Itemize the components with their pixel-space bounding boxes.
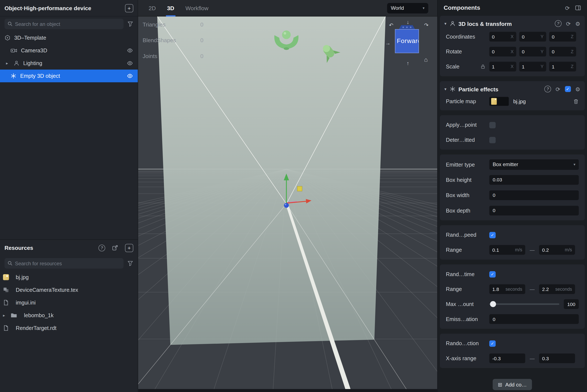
coordinates-y-input[interactable]: 0Y (519, 32, 546, 42)
viewport-tab-bar: 2D 3D Workflow World ▾ (138, 0, 437, 16)
box-depth-input[interactable]: 0 (489, 206, 579, 215)
time-max-input[interactable]: 2.2seconds (539, 284, 575, 294)
add-object-button[interactable]: + (125, 4, 133, 12)
field-label: Rand…peed (446, 232, 476, 238)
person-icon (14, 60, 20, 66)
emission-input[interactable]: 0 (489, 314, 579, 324)
chevron-down-icon[interactable]: ▾ (444, 21, 446, 26)
tree-item-lighting[interactable]: ▸ Lighting (0, 57, 138, 70)
resource-item-imgui-ini[interactable]: imgui.ini (0, 296, 138, 309)
x-axis-min-input[interactable]: -0.3 (489, 354, 525, 363)
help-icon[interactable]: ? (544, 86, 551, 92)
resource-item-lebombo-1k[interactable]: ▸ lebombo_1k (0, 309, 138, 322)
speed-max-input[interactable]: 0.2m/s (539, 245, 575, 255)
rotate-right-icon[interactable]: → (385, 40, 390, 46)
rotate-x-input[interactable]: 0X (489, 47, 516, 56)
resource-item-devicecameratexture[interactable]: DeviceCameraTexture.tex (0, 284, 138, 296)
max-count-value[interactable]: 100 (564, 299, 579, 309)
time-min-input[interactable]: 1.8seconds (489, 284, 525, 294)
resources-search-box[interactable] (5, 258, 123, 268)
eye-icon[interactable] (127, 73, 133, 79)
lock-icon[interactable] (480, 64, 486, 69)
random-direction-checkbox[interactable]: ✓ (489, 340, 496, 347)
world-selector[interactable]: World ▾ (387, 3, 428, 13)
tab-label: 2D (149, 5, 156, 11)
field-label: Emitter type (446, 162, 475, 168)
section-transform-header[interactable]: ▾ 3D locs & transform ? ⟳ ⚙ (440, 18, 585, 29)
tree-item-camera3d[interactable]: Camera3D (0, 44, 138, 57)
rotate-ccw-icon[interactable]: ↶ (389, 22, 393, 28)
gear-icon[interactable]: ⚙ (575, 86, 580, 92)
slider-track[interactable] (489, 304, 559, 305)
section-random-time: Rand…time ✓ Range 1.8seconds — 2.2second… (440, 264, 585, 329)
panel-layout-icon[interactable] (575, 5, 581, 11)
person-icon (449, 20, 455, 26)
determine-emitted-checkbox[interactable] (489, 137, 496, 143)
random-speed-checkbox[interactable]: ✓ (489, 232, 496, 238)
tab-2d[interactable]: 2D (149, 0, 156, 16)
section-particle-header[interactable]: ▾ Particle effects ? ⟳ ✓ ⚙ (440, 84, 585, 95)
home-icon[interactable]: ⌂ (424, 57, 428, 63)
random-time-checkbox[interactable]: ✓ (489, 271, 496, 277)
resource-label: RenderTarget.rdt (16, 325, 56, 331)
rotate-up-icon[interactable]: ↑ (407, 60, 409, 66)
eye-icon[interactable] (127, 48, 133, 54)
box-width-input[interactable]: 0 (489, 190, 579, 200)
box-height-input[interactable]: 0.03 (489, 175, 579, 184)
filter-icon[interactable] (127, 260, 133, 266)
tree-item-3d-template[interactable]: 3D–Template (0, 31, 138, 44)
reset-icon[interactable]: ⟳ (556, 86, 560, 92)
resources-search-input[interactable] (15, 261, 121, 266)
tab-3d[interactable]: 3D (167, 0, 174, 16)
trash-icon[interactable] (573, 98, 579, 104)
chevron-right-icon[interactable]: ▸ (3, 313, 7, 318)
random-direction-row: Rando…ction ✓ (440, 336, 585, 351)
chevron-down-icon[interactable]: ▾ (444, 87, 446, 92)
yellow-cube[interactable] (297, 186, 302, 191)
rotate-cw-icon[interactable]: ↷ (424, 22, 429, 28)
tab-workflow[interactable]: Workflow (185, 0, 208, 16)
scale-z-input[interactable]: 1Z (549, 62, 576, 72)
tab-label: 3D (167, 5, 174, 11)
chevron-right-icon[interactable]: ▸ (6, 61, 10, 66)
rotate-z-input[interactable]: 0Z (549, 47, 576, 56)
resource-item-bj-jpg[interactable]: bj.jpg (0, 271, 138, 284)
x-axis-max-input[interactable]: 0.3 (539, 354, 575, 363)
scene-canvas[interactable] (138, 16, 437, 392)
view-cube[interactable]: ↓ ↶ ↷ → Forward ↑ ⌂ (385, 20, 435, 69)
gear-icon[interactable]: ⚙ (575, 21, 580, 26)
object-search-input[interactable] (15, 21, 121, 27)
object-search-box[interactable] (5, 19, 123, 29)
particle-effects-enabled-checkbox[interactable]: ✓ (565, 86, 571, 92)
speed-min-input[interactable]: 0.1m/s (489, 245, 525, 255)
tree-item-label: Lighting (23, 60, 42, 66)
viewport-3d[interactable]: Triangles0 BlendShapes0 Joints0 ↓ ↶ ↷ → … (138, 16, 437, 392)
rotate-y-input[interactable]: 0Y (519, 47, 546, 56)
section-title: 3D locs & transform (458, 20, 512, 27)
slider-knob[interactable] (490, 301, 496, 307)
rotate-down-icon[interactable]: ↓ (407, 20, 409, 25)
import-icon[interactable] (112, 245, 118, 251)
scale-y-input[interactable]: 1Y (519, 62, 546, 72)
help-icon[interactable]: ? (555, 20, 561, 27)
apply-point-checkbox[interactable] (489, 122, 496, 128)
eye-icon[interactable] (127, 60, 133, 66)
add-resource-button[interactable]: + (125, 244, 133, 252)
resource-item-rendertarget-rdt[interactable]: RenderTarget.rdt (0, 322, 138, 334)
field-label: Emiss…ation (446, 316, 478, 322)
filter-icon[interactable] (127, 21, 133, 27)
view-cube-top-face[interactable] (397, 25, 417, 29)
emitter-type-select[interactable]: Box emitter ▾ (489, 159, 579, 170)
particle-map-thumbnail[interactable] (489, 97, 509, 106)
max-count-slider[interactable] (489, 301, 559, 307)
coordinates-x-input[interactable]: 0X (489, 32, 516, 42)
help-icon[interactable]: ? (98, 244, 105, 251)
reset-icon[interactable]: ⟳ (566, 21, 571, 26)
refresh-icon[interactable]: ⟳ (565, 5, 570, 10)
view-cube-front-face[interactable]: Forward (395, 29, 419, 53)
add-component-button[interactable]: ⊞ Add co… (493, 379, 532, 390)
scale-x-input[interactable]: 1X (489, 62, 516, 72)
tree-item-empty-3d-object[interactable]: Empty 3D object (0, 70, 138, 82)
coordinates-z-input[interactable]: 0Z (549, 32, 576, 42)
resource-label: DeviceCameraTexture.tex (16, 287, 78, 293)
